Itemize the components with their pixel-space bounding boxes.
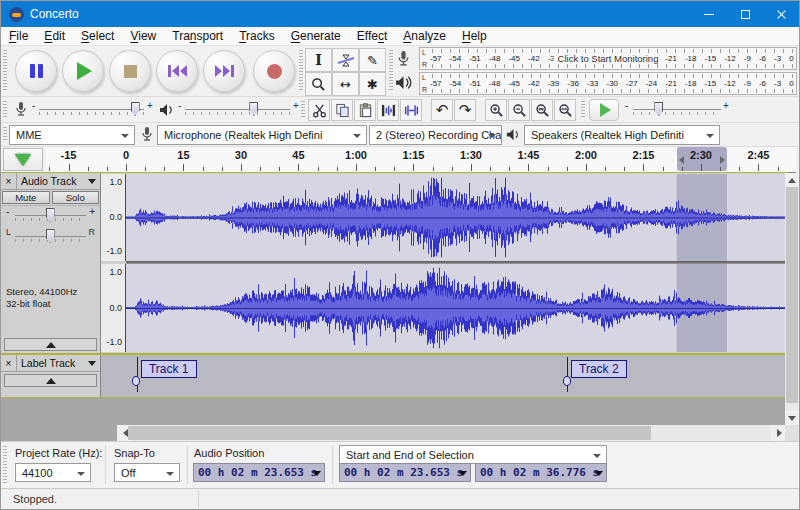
playback-meter[interactable]: LR -57-54-51-48-45-42-39-36-33-30-27-24-… bbox=[419, 72, 797, 95]
redo-button[interactable]: ↷ bbox=[454, 99, 476, 121]
label-track-collapse-button[interactable] bbox=[4, 374, 97, 387]
zoom-out-button[interactable] bbox=[508, 99, 530, 121]
playback-meter-speaker-icon[interactable] bbox=[395, 74, 413, 92]
toolbar-grip[interactable] bbox=[3, 446, 7, 484]
vertical-scale-channel-2[interactable]: 1.0 0.0 -1.0 bbox=[101, 264, 126, 352]
zoom-project-button[interactable] bbox=[554, 99, 576, 121]
menu-select[interactable]: Select bbox=[73, 27, 122, 46]
close-button[interactable] bbox=[763, 1, 799, 27]
toolbar-grip[interactable] bbox=[299, 50, 303, 92]
monitoring-overlay-text[interactable]: Click to Start Monitoring bbox=[554, 53, 663, 64]
multi-tool-button[interactable]: ✱ bbox=[359, 72, 386, 96]
audio-track-collapse-button[interactable] bbox=[4, 338, 97, 351]
record-volume-slider[interactable] bbox=[39, 101, 144, 118]
play-at-speed-icon bbox=[600, 103, 611, 117]
pause-button[interactable] bbox=[15, 50, 57, 92]
recording-channels-dropdown[interactable]: 2 (Stereo) Recording Channels bbox=[369, 125, 502, 145]
scroll-down-button[interactable] bbox=[785, 411, 799, 425]
mute-button[interactable]: Mute bbox=[2, 191, 50, 204]
label-track-close-button[interactable]: × bbox=[1, 355, 17, 371]
audio-position-field[interactable]: 00 h 02 m 23.653 s bbox=[193, 463, 325, 482]
toolbar-grip[interactable] bbox=[3, 50, 7, 92]
label-marker-handle[interactable] bbox=[563, 376, 571, 386]
recording-device-dropdown[interactable]: Microphone (Realtek High Defini bbox=[157, 125, 367, 145]
timeshift-tool-button[interactable]: ↔ bbox=[332, 72, 359, 96]
zoom-selection-button[interactable] bbox=[531, 99, 553, 121]
snap-to-dropdown[interactable]: Off bbox=[114, 463, 180, 482]
selection-right-handle[interactable] bbox=[720, 156, 725, 164]
undo-button[interactable]: ↶ bbox=[431, 99, 453, 121]
field-dropdown-icon[interactable] bbox=[313, 471, 321, 476]
timeline-ruler[interactable]: -1501530451:001:151:301:452:002:152:302:… bbox=[46, 147, 796, 173]
solo-button[interactable]: Solo bbox=[52, 191, 100, 204]
selection-end-field[interactable]: 00 h 02 m 36.776 s bbox=[475, 463, 607, 482]
envelope-tool-button[interactable] bbox=[332, 48, 359, 72]
gain-slider[interactable]: - + bbox=[7, 207, 94, 227]
stop-button[interactable] bbox=[109, 50, 151, 92]
pinned-play-head-button[interactable] bbox=[3, 148, 43, 171]
cut-button[interactable] bbox=[308, 99, 330, 121]
project-rate-dropdown[interactable]: 44100 bbox=[15, 463, 91, 482]
toolbar-grip[interactable] bbox=[389, 50, 393, 92]
play-at-speed-button[interactable] bbox=[589, 99, 619, 121]
playback-device-dropdown[interactable]: Speakers (Realtek High Definiti bbox=[524, 125, 720, 145]
gain-max-label: + bbox=[89, 206, 95, 217]
menu-generate[interactable]: Generate bbox=[283, 27, 349, 46]
label-strip[interactable]: Track 1Track 2 bbox=[102, 355, 787, 397]
play-speed-slider[interactable] bbox=[633, 101, 721, 118]
vertical-scale-channel-1[interactable]: 1.0 0.0 -1.0 bbox=[101, 174, 126, 261]
maximize-button[interactable] bbox=[727, 1, 763, 27]
ruler-tick bbox=[318, 167, 319, 171]
toolbar-grip[interactable] bbox=[581, 101, 585, 118]
vertical-scroll-thumb[interactable] bbox=[786, 187, 798, 403]
recording-meter[interactable]: LR -57-54-51-48-45-42-39-36-33-30-27-24-… bbox=[419, 47, 797, 70]
selection-left-handle[interactable] bbox=[679, 156, 684, 164]
zoom-in-button[interactable] bbox=[485, 99, 507, 121]
selection-start-field[interactable]: 00 h 02 m 23.653 s bbox=[339, 463, 471, 482]
copy-button[interactable] bbox=[331, 99, 353, 121]
field-dropdown-icon[interactable] bbox=[459, 471, 467, 476]
label-marker-handle[interactable] bbox=[132, 376, 140, 386]
skip-to-end-button[interactable] bbox=[203, 50, 245, 92]
vertical-scrollbar[interactable] bbox=[785, 173, 799, 425]
label-track-menu-button[interactable]: Label Track bbox=[17, 357, 100, 369]
pan-slider[interactable]: L R bbox=[7, 228, 94, 248]
audio-host-dropdown[interactable]: MME bbox=[9, 125, 135, 145]
audio-track-close-button[interactable]: × bbox=[1, 173, 17, 189]
audio-track-menu-button[interactable]: Audio Track bbox=[17, 175, 100, 187]
menu-analyze[interactable]: Analyze bbox=[395, 27, 454, 46]
label-marker-stem[interactable] bbox=[567, 357, 568, 392]
label-marker-stem[interactable] bbox=[137, 357, 138, 392]
horizontal-scrollbar[interactable] bbox=[117, 425, 787, 441]
toolbar-grip[interactable] bbox=[301, 101, 305, 118]
menu-tracks[interactable]: Tracks bbox=[231, 27, 283, 46]
trim-audio-button[interactable] bbox=[377, 99, 399, 121]
skip-to-start-button[interactable] bbox=[156, 50, 198, 92]
field-dropdown-icon[interactable] bbox=[595, 471, 603, 476]
menu-view[interactable]: View bbox=[122, 27, 164, 46]
toolbar-grip[interactable] bbox=[3, 127, 7, 142]
menu-file[interactable]: File bbox=[1, 27, 36, 46]
waveform-channel-1[interactable] bbox=[126, 174, 787, 261]
minimize-button[interactable] bbox=[691, 1, 727, 27]
label-text-1[interactable]: Track 1 bbox=[141, 360, 197, 378]
menu-help[interactable]: Help bbox=[454, 27, 495, 46]
menu-transport[interactable]: Transport bbox=[164, 27, 231, 46]
selection-mode-dropdown[interactable]: Start and End of Selection bbox=[339, 445, 607, 464]
playback-volume-slider[interactable] bbox=[185, 101, 290, 118]
draw-tool-button[interactable]: ✎ bbox=[359, 48, 386, 72]
record-button[interactable] bbox=[253, 50, 295, 92]
waveform-channel-2[interactable] bbox=[126, 264, 787, 352]
scroll-up-button[interactable] bbox=[785, 173, 799, 187]
toolbar-grip[interactable] bbox=[3, 101, 7, 118]
silence-audio-button[interactable] bbox=[400, 99, 422, 121]
recording-meter-mic-icon[interactable] bbox=[395, 50, 413, 68]
label-text-2[interactable]: Track 2 bbox=[571, 360, 627, 378]
selection-tool-button[interactable]: I bbox=[305, 48, 332, 72]
paste-button[interactable] bbox=[354, 99, 376, 121]
zoom-tool-button[interactable] bbox=[305, 72, 332, 96]
menu-edit[interactable]: Edit bbox=[36, 27, 73, 46]
play-button[interactable] bbox=[62, 50, 104, 92]
horizontal-scroll-thumb[interactable] bbox=[128, 426, 651, 440]
menu-effect[interactable]: Effect bbox=[349, 27, 395, 46]
